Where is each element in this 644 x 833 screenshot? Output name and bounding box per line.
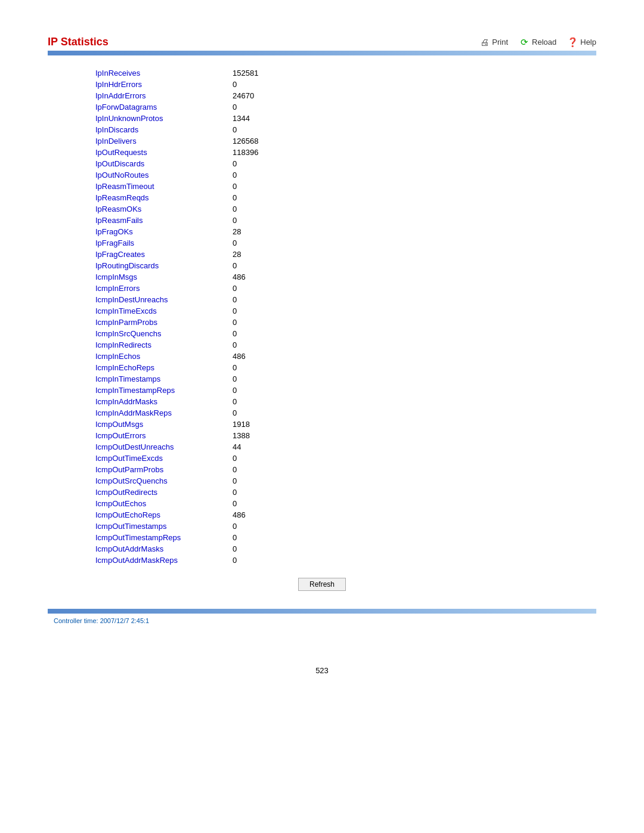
stats-table: IpInReceives152581IpInHdrErrors0IpInAddr… [95, 67, 549, 566]
table-row: IcmpInRedirects0 [95, 339, 549, 351]
bottom-blue-bar [48, 609, 596, 614]
stat-value: 0 [227, 556, 286, 565]
stat-value: 0 [227, 544, 286, 553]
reload-icon: ⟳ [519, 37, 530, 48]
stat-value: 0 [227, 465, 286, 474]
stat-value: 0 [227, 329, 286, 338]
stat-label: IcmpOutErrors [95, 431, 227, 440]
stat-label: IpForwDatagrams [95, 103, 227, 112]
stat-label: IcmpInTimestamps [95, 374, 227, 383]
stat-label: IcmpInEchoReps [95, 363, 227, 372]
stat-value: 1388 [227, 431, 286, 440]
stat-value: 0 [227, 80, 286, 89]
table-row: IcmpOutAddrMaskReps0 [95, 555, 549, 566]
stat-value: 0 [227, 499, 286, 508]
stat-label: IpRoutingDiscards [95, 261, 227, 270]
table-row: IcmpOutMsgs1918 [95, 419, 549, 430]
stat-label: IcmpInMsgs [95, 272, 227, 281]
stat-value: 126568 [227, 137, 286, 145]
table-row: IpReasmTimeout0 [95, 181, 549, 192]
stat-value: 0 [227, 239, 286, 247]
page-title: IP Statistics [48, 36, 109, 48]
header-actions: 🖨 Print ⟳ Reload ❓ Help [479, 37, 596, 48]
stat-label: IpOutNoRoutes [95, 171, 227, 179]
stat-label: IpReasmTimeout [95, 182, 227, 191]
top-blue-bar [48, 51, 596, 55]
table-row: IpInReceives152581 [95, 67, 549, 79]
stat-label: IpInHdrErrors [95, 80, 227, 89]
table-row: IcmpInTimestamps0 [95, 373, 549, 385]
stat-label: IcmpOutAddrMaskReps [95, 556, 227, 565]
print-action[interactable]: 🖨 Print [479, 37, 508, 48]
stat-label: IcmpInParmProbs [95, 318, 227, 327]
table-row: IcmpOutErrors1388 [95, 430, 549, 441]
table-row: IcmpInEchoReps0 [95, 362, 549, 373]
stat-value: 0 [227, 159, 286, 168]
table-row: IpReasmFails0 [95, 215, 549, 226]
stat-value: 0 [227, 397, 286, 406]
table-row: IpOutDiscards0 [95, 158, 549, 169]
table-row: IcmpInParmProbs0 [95, 317, 549, 328]
table-row: IpOutNoRoutes0 [95, 169, 549, 181]
table-row: IcmpInSrcQuenchs0 [95, 328, 549, 339]
table-row: IpForwDatagrams0 [95, 101, 549, 113]
stat-label: IpInDelivers [95, 137, 227, 145]
stat-label: IcmpOutDestUnreachs [95, 442, 227, 451]
reload-label: Reload [532, 38, 556, 47]
print-label: Print [492, 38, 508, 47]
stat-label: IcmpInTimestampReps [95, 386, 227, 395]
reload-action[interactable]: ⟳ Reload [519, 37, 556, 48]
stat-value: 28 [227, 227, 286, 236]
stat-label: IcmpOutAddrMasks [95, 544, 227, 553]
table-row: IpInAddrErrors24670 [95, 90, 549, 101]
stat-label: IpInAddrErrors [95, 91, 227, 100]
stat-label: IpReasmOKs [95, 205, 227, 213]
stat-label: IcmpInAddrMasks [95, 397, 227, 406]
table-row: IpInHdrErrors0 [95, 79, 549, 90]
stat-value: 0 [227, 454, 286, 463]
stat-label: IcmpOutTimestamps [95, 522, 227, 531]
table-row: IpRoutingDiscards0 [95, 260, 549, 271]
content-area: IpInReceives152581IpInHdrErrors0IpInAddr… [48, 55, 596, 609]
table-row: IcmpOutDestUnreachs44 [95, 441, 549, 453]
table-row: IpInUnknownProtos1344 [95, 113, 549, 124]
stat-label: IpReasmFails [95, 216, 227, 225]
stat-value: 0 [227, 182, 286, 191]
stat-label: IcmpOutSrcQuenchs [95, 476, 227, 485]
table-row: IcmpOutTimestampReps0 [95, 532, 549, 543]
stat-value: 0 [227, 488, 286, 497]
table-row: IcmpOutEchoReps486 [95, 509, 549, 521]
table-row: IpFragFails0 [95, 237, 549, 249]
table-row: IcmpInEchos486 [95, 351, 549, 362]
stat-value: 0 [227, 386, 286, 395]
stat-label: IcmpOutEchoReps [95, 510, 227, 519]
stat-label: IpInReceives [95, 69, 227, 78]
stat-label: IpFragOKs [95, 227, 227, 236]
stat-value: 0 [227, 284, 286, 293]
table-row: IcmpOutParmProbs0 [95, 464, 549, 475]
table-row: IcmpOutEchos0 [95, 498, 549, 509]
table-row: IcmpOutRedirects0 [95, 487, 549, 498]
stat-value: 0 [227, 261, 286, 270]
stat-label: IpReasmReqds [95, 193, 227, 202]
table-row: IcmpOutAddrMasks0 [95, 543, 549, 555]
stat-value: 1344 [227, 114, 286, 123]
stat-label: IpFragFails [95, 239, 227, 247]
table-row: IcmpOutTimeExcds0 [95, 453, 549, 464]
stat-value: 44 [227, 442, 286, 451]
print-icon: 🖨 [479, 37, 490, 48]
table-row: IcmpOutSrcQuenchs0 [95, 475, 549, 487]
stat-label: IcmpInDestUnreachs [95, 295, 227, 304]
table-row: IpFragCreates28 [95, 249, 549, 260]
table-row: IpOutRequests118396 [95, 147, 549, 158]
help-action[interactable]: ❓ Help [567, 37, 596, 48]
stat-value: 0 [227, 171, 286, 179]
table-row: IcmpInAddrMaskReps0 [95, 407, 549, 419]
stat-label: IcmpInEchos [95, 352, 227, 361]
table-row: IcmpInTimestampReps0 [95, 385, 549, 396]
refresh-button[interactable]: Refresh [298, 578, 346, 591]
stat-label: IcmpOutRedirects [95, 488, 227, 497]
help-label: Help [580, 38, 596, 47]
stat-value: 0 [227, 522, 286, 531]
stat-value: 486 [227, 352, 286, 361]
